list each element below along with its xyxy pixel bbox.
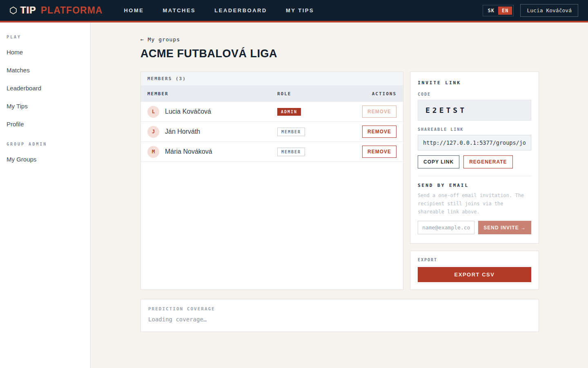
member-row: L Lucia Kováčová ADMIN REMOVE [141,102,403,122]
shareable-link-label: SHAREABLE LINK [418,127,531,132]
member-row: J Ján Horváth MEMBER REMOVE [141,122,403,142]
sidebar-item-leaderboard[interactable]: Leaderboard [7,81,84,95]
sidebar-item-my-tips[interactable]: My Tips [7,99,84,113]
members-card-header: MEMBERS (3) [141,72,403,86]
export-label: EXPORT [418,258,531,262]
copy-link-button[interactable]: COPY LINK [418,155,459,168]
column-header-member: MEMBER [147,91,277,96]
main-content: ← My groups ACME FUTBALOVÁ LIGA MEMBERS … [91,22,588,368]
remove-member-button[interactable]: REMOVE [362,146,396,158]
member-name: Ján Horváth [165,128,200,135]
role-badge-member: MEMBER [277,128,305,136]
members-table-header: MEMBER ROLE ACTIONS [141,86,403,102]
breadcrumb-back-link[interactable]: ← My groups [140,36,180,43]
coverage-loading-status: Loading coverage… [148,316,531,323]
sidebar-section-group-admin: GROUP ADMIN [7,142,84,146]
send-by-email-description: Send a one-off email invitation. The rec… [418,192,531,216]
invite-code-value: E2ETST [418,100,531,121]
sidebar-item-my-groups[interactable]: My Groups [7,152,84,166]
export-csv-button[interactable]: EXPORT CSV [418,267,531,282]
prediction-coverage-card: PREDICTION COVERAGE Loading coverage… [140,299,539,332]
prediction-coverage-label: PREDICTION COVERAGE [148,306,531,312]
column-header-role: ROLE [277,91,372,96]
sidebar-item-home[interactable]: Home [7,45,84,59]
member-name: Lucia Kováčová [165,108,211,115]
user-menu-button[interactable]: Lucia Kováčová [520,4,578,17]
column-header-actions: ACTIONS [372,91,396,96]
export-card: EXPORT EXPORT CSV [410,251,539,290]
sidebar-section-play: PLAY [7,35,84,39]
top-navbar: TIP PLATFORMA HOME MATCHES LEADERBOARD M… [0,0,588,22]
nav-leaderboard[interactable]: LEADERBOARD [214,7,267,13]
role-badge-admin: ADMIN [277,108,301,116]
role-badge-member: MEMBER [277,148,305,156]
language-toggle[interactable]: SK EN [483,5,514,16]
invite-link-card: INVITE LINK CODE E2ETST SHAREABLE LINK C… [410,72,539,244]
page-title: ACME FUTBALOVÁ LIGA [140,47,539,60]
sidebar-item-matches[interactable]: Matches [7,63,84,77]
send-invite-button[interactable]: SEND INVITE → [478,221,531,234]
members-card: MEMBERS (3) MEMBER ROLE ACTIONS L Lucia … [140,72,403,290]
nav-home[interactable]: HOME [124,7,144,13]
code-label: CODE [418,92,531,96]
logo-text-tip: TIP [20,5,36,16]
send-by-email-title: SEND BY EMAIL [418,183,531,188]
lang-option-en[interactable]: EN [498,7,512,15]
regenerate-button[interactable]: REGENERATE [463,155,512,168]
avatar: L [147,106,159,118]
logo-hexagon-icon [10,7,17,14]
divider [418,176,531,176]
sidebar-item-profile[interactable]: Profile [7,117,84,131]
member-row: M Mária Nováková MEMBER REMOVE [141,142,403,162]
shareable-link-input[interactable] [418,135,531,150]
nav-my-tips[interactable]: MY TIPS [286,7,314,13]
app-logo[interactable]: TIP PLATFORMA [10,5,102,16]
sidebar: PLAY Home Matches Leaderboard My Tips Pr… [0,22,91,368]
invite-link-title: INVITE LINK [418,80,531,85]
remove-member-button: REMOVE [362,105,396,118]
member-name: Mária Nováková [165,148,212,155]
remove-member-button[interactable]: REMOVE [362,126,396,138]
logo-text-platforma: PLATFORMA [41,5,103,16]
avatar: M [147,146,159,158]
nav-matches[interactable]: MATCHES [163,7,196,13]
avatar: J [147,126,159,138]
invite-email-input[interactable] [418,221,474,234]
lang-option-sk[interactable]: SK [484,7,498,15]
primary-nav: HOME MATCHES LEADERBOARD MY TIPS [124,7,314,13]
